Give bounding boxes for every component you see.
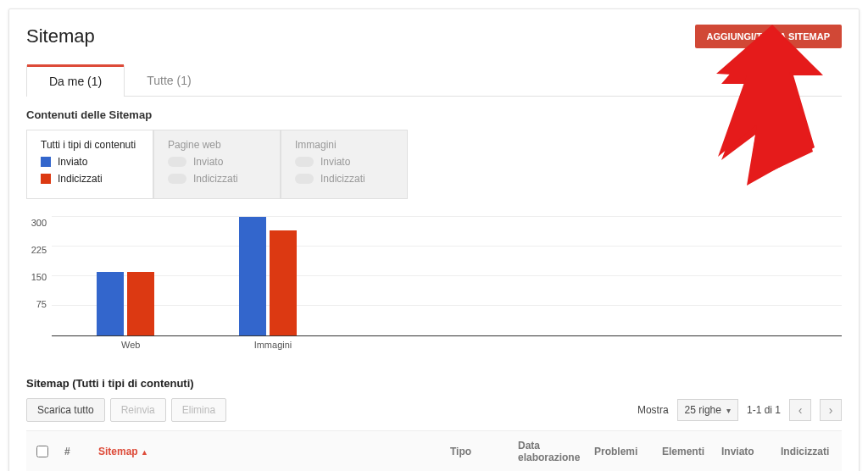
table-section-title: Sitemap (Tutti i tipi di contenuti): [9, 360, 859, 398]
col-elementi[interactable]: Elementi: [655, 431, 715, 472]
legend-panels: Tutti i tipi di contenuti Inviato Indici…: [26, 130, 842, 199]
contents-section: Contenuti delle Sitemap Tutti i tipi di …: [9, 97, 859, 202]
header: Sitemap AGGIUNGI/TESTA SITEMAP: [9, 9, 859, 53]
bar: [127, 272, 154, 335]
toggle-pill-icon: [295, 174, 314, 184]
sort-asc-icon: ▲: [141, 448, 148, 457]
col-indicizzati[interactable]: Indicizzati: [774, 431, 842, 472]
legend-img-inviato: Inviato: [295, 156, 393, 168]
page-size-value: 25 righe: [685, 404, 721, 416]
contents-title: Contenuti delle Sitemap: [26, 108, 842, 121]
col-data[interactable]: Data elaborazione: [511, 431, 587, 472]
select-all-checkbox[interactable]: [36, 446, 48, 457]
plot: [52, 218, 842, 336]
col-inviato[interactable]: Inviato: [715, 431, 774, 472]
bar: [97, 272, 124, 335]
add-test-sitemap-button[interactable]: AGGIUNGI/TESTA SITEMAP: [695, 25, 842, 48]
x-tick-label: Immagini: [254, 340, 292, 350]
download-all-button[interactable]: Scarica tutto: [26, 398, 105, 422]
legend-web-inviato-label: Inviato: [193, 156, 223, 168]
col-sitemap[interactable]: Sitemap ▲: [92, 431, 443, 472]
toggle-pill-icon: [168, 157, 186, 167]
show-label: Mostra: [637, 404, 669, 416]
x-axis-labels: WebImmagini: [52, 336, 842, 355]
y-axis: 30022515075: [26, 218, 52, 336]
legend-img-indicizzati-label: Indicizzati: [320, 173, 365, 185]
col-tipo[interactable]: Tipo: [443, 431, 511, 472]
legend-web-indicizzati-label: Indicizzati: [193, 173, 238, 185]
resend-button[interactable]: Reinvia: [110, 398, 166, 422]
page-range: 1-1 di 1: [747, 404, 781, 416]
delete-button[interactable]: Elimina: [171, 398, 226, 422]
table-toolbar: Scarica tutto Reinvia Elimina Mostra 25 …: [9, 398, 859, 430]
y-tick: 75: [36, 299, 47, 309]
prev-page-button[interactable]: ‹: [789, 399, 811, 421]
legend-web-indicizzati: Indicizzati: [168, 173, 266, 185]
page-size-select[interactable]: 25 righe ▾: [677, 399, 738, 421]
legend-web[interactable]: Pagine web Inviato Indicizzati: [153, 130, 281, 199]
legend-web-inviato: Inviato: [168, 156, 266, 168]
blue-square-icon: [41, 157, 51, 167]
page-title: Sitemap: [26, 25, 95, 47]
next-page-button[interactable]: ›: [820, 399, 842, 421]
table-buttons: Scarica tutto Reinvia Elimina: [26, 398, 226, 422]
y-tick: 300: [31, 218, 47, 228]
legend-img-inviato-label: Inviato: [320, 156, 350, 168]
bar: [270, 230, 297, 335]
toggle-pill-icon: [295, 157, 314, 167]
tab-da-me[interactable]: Da me (1): [26, 65, 125, 97]
legend-inviato-label: Inviato: [58, 156, 87, 168]
legend-img-title: Immagini: [295, 139, 393, 151]
legend-web-title: Pagine web: [168, 139, 266, 151]
chevron-down-icon: ▾: [726, 406, 731, 415]
pager: Mostra 25 righe ▾ 1-1 di 1 ‹ ›: [637, 399, 842, 421]
legend-inviato: Inviato: [41, 156, 139, 168]
legend-all-title: Tutti i tipi di contenuti: [41, 139, 139, 151]
table-header-row: # Sitemap ▲ Tipo Data elaborazione Probl…: [26, 431, 842, 472]
tabs: Da me (1) Tutte (1): [26, 65, 842, 97]
x-tick-label: Web: [121, 340, 140, 350]
y-tick: 225: [31, 245, 47, 255]
col-sitemap-label: Sitemap: [98, 446, 138, 457]
chart: 30022515075: [26, 218, 842, 336]
col-problemi[interactable]: Problemi: [587, 431, 655, 472]
toggle-pill-icon: [168, 174, 186, 184]
legend-indicizzati-label: Indicizzati: [58, 173, 103, 185]
legend-indicizzati: Indicizzati: [41, 173, 139, 185]
bar-group: [239, 217, 307, 335]
legend-img-indicizzati: Indicizzati: [295, 173, 393, 185]
chart-area: 30022515075 WebImmagini: [9, 202, 859, 360]
y-tick: 150: [31, 272, 47, 282]
sitemap-table: # Sitemap ▲ Tipo Data elaborazione Probl…: [26, 430, 842, 471]
main-panel: Sitemap AGGIUNGI/TESTA SITEMAP Da me (1)…: [8, 8, 860, 471]
bar: [239, 217, 266, 335]
col-num[interactable]: #: [58, 431, 92, 472]
legend-all-types: Tutti i tipi di contenuti Inviato Indici…: [26, 130, 153, 199]
tab-tutte[interactable]: Tutte (1): [125, 65, 213, 96]
bar-group: [97, 272, 164, 335]
legend-img[interactable]: Immagini Inviato Indicizzati: [281, 130, 408, 199]
red-square-icon: [41, 174, 51, 184]
